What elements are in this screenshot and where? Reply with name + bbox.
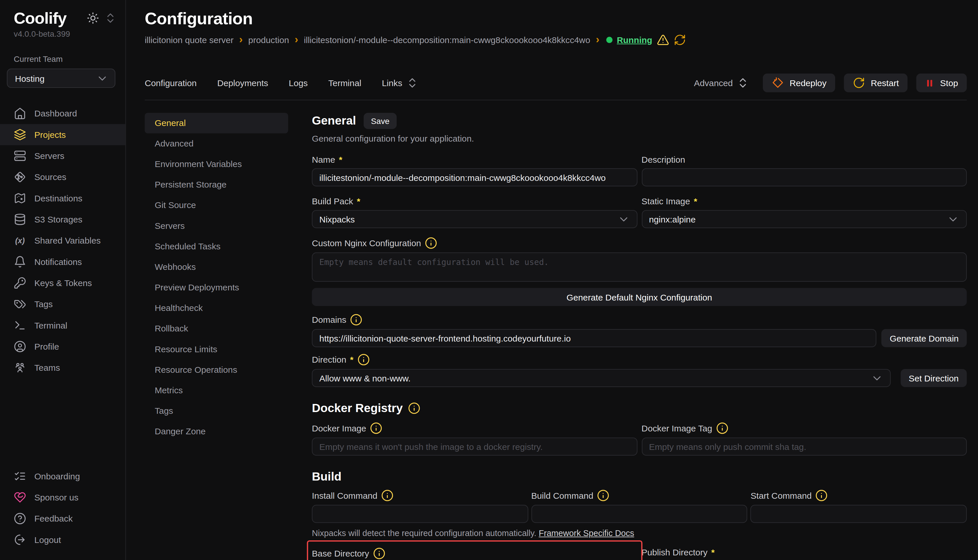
warning-triangle-icon[interactable] (657, 33, 669, 46)
pause-icon (925, 78, 935, 88)
install-command-input[interactable] (312, 505, 528, 523)
breadcrumb-item[interactable]: illicitestonion/-module--decomposition:m… (304, 35, 590, 45)
chevron-down-icon (617, 213, 630, 225)
subnav-item-servers[interactable]: Servers (145, 215, 288, 236)
tab-deployments[interactable]: Deployments (217, 78, 268, 88)
feedback-icon (13, 512, 26, 525)
subnav-item-environment-variables[interactable]: Environment Variables (145, 154, 288, 175)
docker-registry-title: Docker Registry (312, 401, 967, 416)
tabs-row: ConfigurationDeploymentsLogsTerminalLink… (145, 74, 967, 92)
sidebar-item-label: Shared Variables (34, 235, 100, 246)
subnav-item-persistent-storage[interactable]: Persistent Storage (145, 175, 288, 195)
subnav-item-scheduled-tasks[interactable]: Scheduled Tasks (145, 236, 288, 257)
subnav-item-advanced[interactable]: Advanced (145, 133, 288, 154)
docker-image-input[interactable] (312, 437, 637, 456)
description-input[interactable] (641, 168, 967, 187)
subnav-item-metrics[interactable]: Metrics (145, 380, 288, 401)
collapse-chevrons-icon[interactable] (104, 12, 117, 24)
sidebar-item-feedback[interactable]: Feedback (0, 508, 125, 529)
build-command-input[interactable] (531, 505, 747, 523)
tab-logs[interactable]: Logs (289, 78, 308, 88)
info-icon[interactable] (370, 422, 382, 434)
tab-terminal[interactable]: Terminal (328, 78, 361, 88)
generate-nginx-button[interactable]: Generate Default Nginx Configuration (312, 288, 967, 306)
domains-input[interactable] (312, 329, 876, 347)
info-icon[interactable] (373, 547, 385, 560)
sidebar-item-keys-tokens[interactable]: Keys & Tokens (0, 272, 125, 293)
info-icon[interactable] (357, 353, 369, 366)
variables-icon: (x) (13, 234, 26, 247)
tab-configuration[interactable]: Configuration (145, 78, 197, 88)
base-directory-field: Base Directory (312, 547, 637, 560)
status-badge: Running (606, 33, 686, 46)
name-input[interactable] (312, 168, 637, 187)
sidebar-item-notifications[interactable]: Notifications (0, 251, 125, 272)
subnav-item-rollback[interactable]: Rollback (145, 318, 288, 339)
sidebar-item-terminal[interactable]: Terminal (0, 315, 125, 336)
custom-nginx-label: Custom Nginx Configuration (312, 237, 967, 249)
custom-nginx-textarea[interactable] (312, 253, 967, 282)
breadcrumb-item[interactable]: production (248, 35, 289, 45)
refresh-icon[interactable] (674, 33, 686, 46)
sidebar-item-shared-variables[interactable]: (x)Shared Variables (0, 230, 125, 251)
sidebar-item-label: Sources (34, 172, 67, 182)
sidebar-item-sponsor-us[interactable]: Sponsor us (0, 487, 125, 508)
subnav-item-preview-deployments[interactable]: Preview Deployments (145, 277, 288, 298)
general-section-subtitle: General configuration for your applicati… (312, 133, 967, 144)
sidebar-item-destinations[interactable]: Destinations (0, 188, 125, 208)
info-icon[interactable] (425, 237, 437, 249)
info-icon[interactable] (597, 489, 610, 502)
sidebar-item-s3-storages[interactable]: S3 Storages (0, 209, 125, 230)
sidebar-item-onboarding[interactable]: Onboarding (0, 465, 125, 487)
info-icon[interactable] (350, 313, 363, 326)
page-title: Configuration (145, 9, 967, 28)
main-area: Configuration illicitonion quote server›… (126, 0, 978, 560)
sidebar-item-servers[interactable]: Servers (0, 145, 125, 167)
theme-toggle-sun-icon[interactable] (87, 12, 99, 24)
build-pack-select[interactable]: Nixpacks (312, 210, 637, 228)
breadcrumb-item[interactable]: illicitonion quote server (145, 35, 233, 45)
advanced-dropdown[interactable]: Advanced (694, 77, 749, 89)
sidebar-item-logout[interactable]: Logout (0, 529, 125, 550)
restart-button[interactable]: Restart (844, 74, 908, 92)
chevrons-up-down-icon (737, 77, 749, 89)
subnav-item-healthcheck[interactable]: Healthcheck (145, 298, 288, 318)
name-label: Name* (312, 155, 637, 165)
tabs-divider (145, 100, 967, 100)
info-icon[interactable] (408, 402, 420, 414)
sidebar-item-label: Teams (34, 363, 60, 373)
docker-image-tag-input[interactable] (641, 437, 967, 456)
stop-button[interactable]: Stop (916, 74, 967, 92)
subnav-item-resource-operations[interactable]: Resource Operations (145, 360, 288, 380)
team-select[interactable]: Hosting (7, 68, 115, 88)
app-logo: Coolify (13, 9, 66, 27)
save-button[interactable]: Save (363, 113, 397, 129)
sidebar-item-profile[interactable]: Profile (0, 336, 125, 357)
tab-links[interactable]: Links (382, 77, 419, 89)
info-icon[interactable] (381, 489, 394, 502)
sidebar-item-projects[interactable]: Projects (0, 124, 125, 145)
info-icon[interactable] (816, 489, 828, 502)
docker-image-label: Docker Image (312, 422, 637, 434)
framework-docs-link[interactable]: Framework Specific Docs (539, 528, 634, 538)
sidebar-item-teams[interactable]: Teams (0, 357, 125, 378)
sidebar-item-sources[interactable]: Sources (0, 167, 125, 188)
static-image-select[interactable]: nginx:alpine (641, 210, 967, 228)
subnav-item-tags[interactable]: Tags (145, 401, 288, 421)
redeploy-button[interactable]: Redeploy (763, 74, 836, 92)
sidebar-item-tags[interactable]: Tags (0, 293, 125, 315)
subnav-item-git-source[interactable]: Git Source (145, 195, 288, 215)
start-command-input[interactable] (751, 505, 967, 523)
generate-domain-button[interactable]: Generate Domain (882, 329, 967, 347)
direction-select[interactable]: Allow www & non-www. (312, 369, 890, 387)
subnav-item-resource-limits[interactable]: Resource Limits (145, 339, 288, 360)
subnav-item-danger-zone[interactable]: Danger Zone (145, 421, 288, 442)
breadcrumb-separator: › (596, 35, 599, 44)
description-label: Description (641, 155, 967, 165)
status-running-link[interactable]: Running (617, 35, 652, 45)
info-icon[interactable] (716, 422, 729, 434)
subnav-item-general[interactable]: General (145, 113, 288, 133)
subnav-item-webhooks[interactable]: Webhooks (145, 257, 288, 277)
set-direction-button[interactable]: Set Direction (901, 369, 967, 387)
sidebar-item-dashboard[interactable]: Dashboard (0, 103, 125, 124)
